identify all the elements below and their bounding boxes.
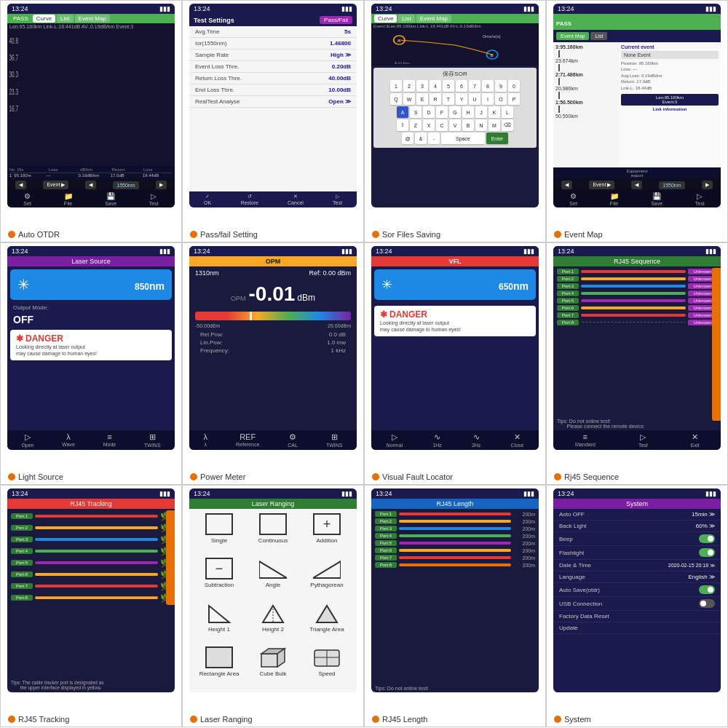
rj45seq-port-4: Port:4 Unknown bbox=[557, 290, 717, 296]
sor-save-label: 保存SOR bbox=[378, 70, 532, 78]
vfl-footer-1hz[interactable]: ∿1Hz bbox=[432, 432, 441, 448]
cell-opm: 13:24 ▮▮▮ OPM 1310nm Ref: 0.00 dBm OPM -… bbox=[182, 242, 364, 485]
lr-height2[interactable]: Height 2 bbox=[248, 602, 298, 644]
vfl-footer: ▷Normal ∿1Hz ∿2Hz ✕Close bbox=[371, 430, 539, 450]
em-footer-icons: ⚙Set 📁File 💾Save ▷Test bbox=[553, 191, 721, 207]
sys-toggle-flashlight[interactable] bbox=[699, 548, 715, 557]
btn-prev-nm[interactable]: ◀ bbox=[85, 181, 96, 189]
screen-wrapper-track: 13:24 ▮▮▮ RJ45 Tracking Port:1 🌿 Port:2 … bbox=[1, 486, 181, 713]
btn-event[interactable]: Event ▶ bbox=[43, 181, 68, 189]
pf-title: Test Settings bbox=[194, 17, 234, 24]
vfl-footer-close[interactable]: ✕Close bbox=[511, 432, 524, 448]
sys-row-update[interactable]: Update bbox=[553, 622, 721, 634]
lr-continuous[interactable]: Continuous bbox=[248, 513, 298, 555]
sor-tab-curve[interactable]: Curve bbox=[374, 15, 397, 23]
pf-ok[interactable]: ✓OK bbox=[204, 194, 211, 205]
sys-toggle-usb[interactable] bbox=[699, 599, 715, 608]
lr-speed[interactable]: Speed bbox=[301, 646, 352, 688]
screen-wrapper-rj45seq: 13:24 ▮▮▮ RJ45 Sequence Port:1 Unknown P… bbox=[547, 243, 727, 470]
ls-footer: ▷Open λWave ≡Mode ⊞TWINS bbox=[7, 430, 175, 450]
pf-restore[interactable]: ↺Restore bbox=[240, 194, 258, 205]
em-footer-test[interactable]: ▷Test bbox=[695, 192, 705, 206]
screen-sor: 13:24 ▮▮▮ Curve List Event Map Event:3Le… bbox=[371, 4, 539, 207]
lr-triangle-area[interactable]: Triangle Area bbox=[301, 602, 352, 644]
lr-height1[interactable]: Height 1 bbox=[194, 602, 245, 644]
ls-footer-wave[interactable]: λWave bbox=[62, 432, 75, 448]
pf-cancel[interactable]: ✕Cancel bbox=[288, 194, 304, 205]
status-bar-rj45len: 13:24 ▮▮▮ bbox=[371, 488, 539, 499]
em-next-nm[interactable]: ▶ bbox=[702, 181, 713, 189]
label-text-lr: Laser Ranging bbox=[200, 715, 253, 724]
rj45len-len-6: 200m bbox=[513, 548, 535, 553]
ls-off-value: OFF bbox=[7, 312, 175, 327]
rj45seq-footer-exit[interactable]: ✕Exit bbox=[691, 432, 700, 448]
opm-bar: OPM bbox=[189, 256, 357, 266]
em-tab-list[interactable]: List bbox=[590, 32, 607, 40]
track-port-7: Port:7 🌿 bbox=[11, 581, 171, 591]
sys-toggle-beep[interactable] bbox=[699, 534, 715, 543]
tab-list[interactable]: List bbox=[57, 15, 73, 23]
em-footer-set[interactable]: ⚙Set bbox=[569, 192, 577, 206]
lr-angle-label: Angle bbox=[266, 582, 280, 588]
opm-spacer bbox=[189, 358, 357, 430]
svg-text:40.8: 40.8 bbox=[9, 36, 18, 46]
ls-output-label: Output Mode: bbox=[7, 303, 175, 312]
laser-burst-icon: ✳ bbox=[17, 276, 30, 293]
em-link-information: Link information bbox=[621, 107, 719, 111]
footer-save[interactable]: 💾 Save bbox=[105, 192, 116, 206]
rj45seq-footer-test[interactable]: ▷Test bbox=[638, 432, 648, 448]
em-content: 3:95.160km 23.674km 2:71.486km 20.986km … bbox=[553, 42, 721, 167]
btn-next-nm[interactable]: ▶ bbox=[156, 181, 167, 189]
lr-subtraction[interactable]: − Subtraction bbox=[194, 558, 245, 599]
vfl-footer-normal[interactable]: ▷Normal bbox=[387, 432, 403, 448]
em-event[interactable]: Event ▶ bbox=[589, 181, 614, 189]
sor-tab-event[interactable]: Event Map bbox=[416, 15, 451, 23]
opm-footer-ref[interactable]: REFReference bbox=[236, 432, 259, 448]
footer-file[interactable]: 📁 File bbox=[64, 192, 73, 206]
lr-rectangle-area[interactable]: Rectangle Area bbox=[194, 646, 245, 688]
pf-test[interactable]: ▷Test bbox=[333, 194, 342, 205]
lr-pythagorean[interactable]: Pythagorean bbox=[301, 558, 352, 599]
rj45seq-port-7: Port:7 Unknown bbox=[557, 312, 717, 318]
sor-tab-list[interactable]: List bbox=[398, 15, 414, 23]
rj45len-port-3: Port:3 200m bbox=[375, 526, 535, 531]
em-tab-eventmap[interactable]: Event Map bbox=[556, 32, 589, 40]
ls-footer-mode[interactable]: ≡Mode bbox=[103, 432, 116, 448]
opm-footer-twins[interactable]: ⊞TWINS bbox=[326, 432, 343, 448]
cell-label-opm: Power Meter bbox=[183, 470, 363, 484]
tab-curve[interactable]: Curve bbox=[33, 15, 55, 23]
btn-prev-event[interactable]: ◀ bbox=[15, 181, 26, 189]
lr-angle[interactable]: Angle bbox=[248, 558, 298, 599]
pf-passfail-btn[interactable]: Pass/Fail bbox=[320, 16, 352, 24]
rj45len-len-4: 200m bbox=[513, 534, 535, 539]
screen-wrapper-ls: 13:24 ▮▮▮ Laser Source ✳ 850nm Output Mo… bbox=[1, 243, 181, 470]
pf-row-6: RealTest AnalyseOpen ≫ bbox=[189, 96, 357, 108]
sys-row-factoryreset[interactable]: Factory Data Reset bbox=[553, 611, 721, 622]
em-footer-file[interactable]: 📁File bbox=[610, 192, 619, 206]
sys-toggle-autosave[interactable] bbox=[699, 585, 715, 594]
em-prev-nm[interactable]: ◀ bbox=[631, 181, 642, 189]
opm-footer-lambda[interactable]: λλ bbox=[204, 432, 208, 448]
lr-pythagorean-shape bbox=[313, 558, 341, 579]
lr-single[interactable]: Single bbox=[194, 513, 245, 555]
ls-footer-twins[interactable]: ⊞TWINS bbox=[144, 432, 161, 448]
lr-cube-bulk[interactable]: Cube Bulk bbox=[248, 646, 298, 688]
em-prev[interactable]: ◀ bbox=[561, 181, 572, 189]
em-equipment-export[interactable]: Equipmentexport bbox=[627, 169, 648, 178]
lr-addition[interactable]: + Addition bbox=[301, 513, 352, 555]
opm-stat-1: Lin.Pow:1.0 mw bbox=[200, 339, 346, 346]
tab-eventmap[interactable]: Event Map bbox=[75, 15, 110, 23]
svg-text:23.3: 23.3 bbox=[9, 87, 18, 97]
footer-set[interactable]: ⚙ Set bbox=[23, 192, 31, 206]
footer-test[interactable]: ▷ Test bbox=[149, 192, 159, 206]
cell-label-rj45len: RJ45 Length bbox=[365, 713, 545, 727]
vfl-footer-2hz[interactable]: ∿2Hz bbox=[472, 432, 480, 448]
ls-footer-open[interactable]: ▷Open bbox=[21, 432, 33, 448]
status-bar-vfl: 13:24 ▮▮▮ bbox=[371, 246, 539, 256]
sor-data-row: Event:3Len:95.160km Link-L 18.441dB AV-L… bbox=[371, 23, 539, 29]
sys-row-backlight: Back Light 60% ≫ bbox=[553, 521, 721, 532]
em-footer-save[interactable]: 💾Save bbox=[651, 192, 662, 206]
rj45seq-footer-standard[interactable]: ≡Standard bbox=[575, 432, 596, 448]
screen-rj45seq: 13:24 ▮▮▮ RJ45 Sequence Port:1 Unknown P… bbox=[553, 246, 721, 450]
opm-footer-cal[interactable]: ⚙CAL bbox=[288, 432, 298, 448]
